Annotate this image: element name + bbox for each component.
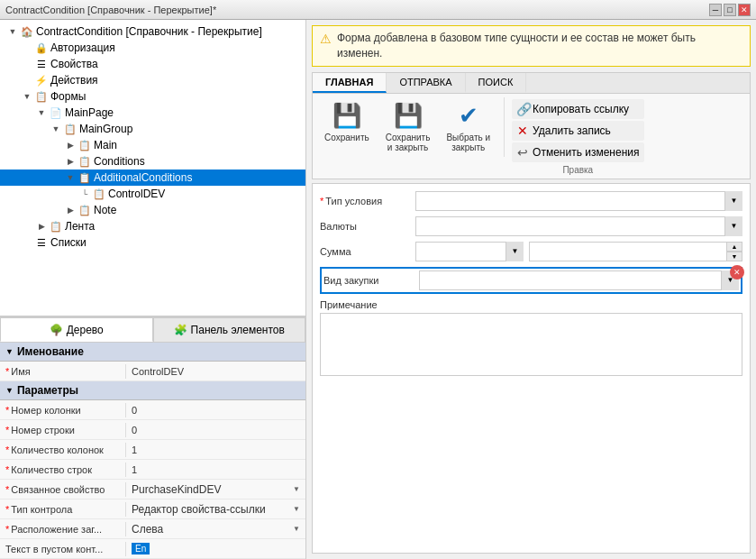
- title-bar-text: ContractCondition [Справочник - Перекрыт…: [5, 5, 216, 15]
- tree-item-root[interactable]: ▼ 🏠 ContractCondition [Справочник - Пере…: [0, 23, 305, 40]
- tree-label-controldev: ControlDEV: [108, 188, 165, 200]
- prop-value-colcount[interactable]: 1: [126, 443, 305, 457]
- prop-value-rowcount[interactable]: 1: [126, 463, 305, 477]
- tab-elements[interactable]: 🧩 Панель элементов: [153, 317, 306, 342]
- sum-input[interactable]: [529, 242, 742, 261]
- minimize-button[interactable]: ─: [709, 4, 722, 16]
- prop-label-colnum: Номер колонки: [0, 403, 126, 417]
- tree-item-lenta[interactable]: ▶ 📋 Лента: [0, 218, 305, 234]
- copy-link-button[interactable]: 🔗 Копировать ссылку: [512, 99, 643, 119]
- sum-type-select[interactable]: [415, 242, 524, 261]
- props-icon: ☰: [34, 57, 49, 71]
- ribbon-content: 💾 Сохранить 💾 Сохранитьи закрыть ✔ Выбра…: [313, 94, 750, 179]
- ribbon-group-main: 💾 Сохранить 💾 Сохранитьи закрыть ✔ Выбра…: [318, 97, 505, 157]
- tree-item-actions[interactable]: ⚡ Действия: [0, 72, 305, 88]
- saveclose-icon: 💾: [394, 102, 423, 131]
- form-label-currency: Валюты: [320, 221, 410, 232]
- tree-label-root: ContractCondition [Справочник - Перекрыт…: [36, 25, 262, 38]
- tree-label-conditions: Conditions: [94, 155, 145, 168]
- prop-label-labelpos: Расположение заг...: [0, 522, 126, 536]
- section-params-header[interactable]: ▼ Параметры: [0, 381, 305, 400]
- expander-main[interactable]: ▶: [63, 138, 77, 152]
- expander-lenta[interactable]: ▶: [34, 219, 49, 234]
- tree-tab-label: Дерево: [67, 324, 104, 336]
- select-close-button[interactable]: ✔ Выбрать изакрыть: [440, 97, 496, 157]
- currency-select-wrapper: ▼: [415, 216, 742, 236]
- prop-label-rowcount: Количество строк: [0, 463, 126, 477]
- copy-link-label: Копировать ссылку: [533, 103, 629, 115]
- empty-text-btn[interactable]: En: [132, 543, 150, 554]
- ribbon: ГЛАВНАЯ ОТПРАВКА ПОИСК 💾 Сохранить 💾 Сох…: [312, 72, 751, 179]
- tree-item-mainpage[interactable]: ▼ 📄 MainPage: [0, 105, 305, 121]
- prop-value-controltype[interactable]: Редактор свойства-ссылки ▼: [126, 501, 305, 518]
- save-button[interactable]: 💾 Сохранить: [318, 97, 376, 147]
- purchase-select[interactable]: [419, 270, 739, 290]
- tree-item-conditions[interactable]: ▶ 📋 Conditions: [0, 153, 305, 170]
- ribbon-tab-search[interactable]: ПОИСК: [466, 73, 527, 93]
- delete-record-button[interactable]: ✕ Удалить запись: [512, 121, 643, 141]
- prop-row-colcount: Количество колонок 1: [0, 440, 305, 460]
- tree-item-controldev[interactable]: └ 📋 ControlDEV: [0, 186, 305, 202]
- close-button[interactable]: ✕: [738, 4, 751, 16]
- form-area: Тип условия ▼ Валюты ▼: [312, 183, 751, 554]
- tree-area: ▼ 🏠 ContractCondition [Справочник - Пере…: [0, 20, 305, 316]
- ribbon-tab-send[interactable]: ОТПРАВКА: [387, 73, 465, 93]
- undo-changes-button[interactable]: ↩ Отменить изменения: [512, 142, 643, 162]
- expander-maingroup[interactable]: ▼: [49, 122, 63, 136]
- ribbon-tab-main[interactable]: ГЛАВНАЯ: [313, 73, 387, 93]
- expander-conditions[interactable]: ▶: [63, 154, 77, 169]
- maximize-button[interactable]: □: [724, 4, 736, 16]
- tree-item-maingroup[interactable]: ▼ 📋 MainGroup: [0, 121, 305, 137]
- elements-tab-icon: 🧩: [174, 324, 187, 336]
- sum-type-wrapper: ▼: [415, 242, 524, 261]
- selectclose-label: Выбрать изакрыть: [446, 133, 490, 152]
- delete-icon: ✕: [516, 124, 529, 138]
- purchase-close-btn[interactable]: ✕: [730, 265, 744, 280]
- tree-label-lists: Списки: [50, 236, 87, 249]
- save-icon: 💾: [332, 102, 361, 131]
- form-label-type: Тип условия: [320, 196, 410, 206]
- prop-row-labelpos: Расположение заг... Слева ▼: [0, 519, 305, 539]
- expander-mainpage[interactable]: ▼: [34, 105, 49, 120]
- form-row-currency: Валюты ▼: [320, 216, 742, 236]
- prop-value-emptytext[interactable]: En: [126, 541, 305, 556]
- collapse-params-icon: ▼: [5, 386, 14, 395]
- warning-text: Форма добавлена в базовом типе сущности …: [337, 31, 742, 61]
- tree-label-actions: Действия: [50, 74, 98, 87]
- save-close-button[interactable]: 💾 Сохранитьи закрыть: [379, 97, 437, 157]
- prop-value-bindprop[interactable]: PurchaseKindDEV ▼: [126, 481, 305, 498]
- tree-item-lists[interactable]: ☰ Списки: [0, 234, 305, 251]
- tree-item-forms[interactable]: ▼ 📋 Формы: [0, 88, 305, 105]
- tree-label-mainpage: MainPage: [65, 106, 114, 119]
- expander-root[interactable]: ▼: [5, 24, 20, 39]
- prop-value-labelpos[interactable]: Слева ▼: [126, 521, 305, 537]
- expander-forms[interactable]: ▼: [20, 89, 34, 104]
- undo-icon: ↩: [516, 145, 529, 160]
- expander-auth: [20, 41, 34, 55]
- prop-value-rownum[interactable]: 0: [126, 423, 305, 437]
- tree-item-props[interactable]: ☰ Свойства: [0, 56, 305, 72]
- collapse-naming-icon: ▼: [5, 347, 14, 356]
- saveclose-label: Сохранитьи закрыть: [386, 133, 431, 152]
- expander-additionalconditions[interactable]: ▼: [63, 170, 77, 185]
- tree-item-auth[interactable]: 🔒 Авторизация: [0, 40, 305, 56]
- actions-icon: ⚡: [34, 73, 49, 87]
- tree-item-main[interactable]: ▶ 📋 Main: [0, 137, 305, 153]
- sum-decrement[interactable]: ▼: [726, 252, 742, 261]
- warning-icon: ⚠: [320, 31, 332, 49]
- prop-value-colnum[interactable]: 0: [126, 403, 305, 417]
- type-select[interactable]: [415, 191, 742, 211]
- tree-item-additionalconditions[interactable]: ▼ 📋 AdditionalConditions: [0, 170, 305, 186]
- tab-tree[interactable]: 🌳 Дерево: [0, 317, 153, 342]
- tree-label-note: Note: [94, 204, 116, 216]
- additionalconditions-icon: 📋: [77, 170, 92, 185]
- tree-item-note[interactable]: ▶ 📋 Note: [0, 202, 305, 218]
- prop-value-name[interactable]: ControlDEV: [126, 364, 305, 379]
- warning-banner: ⚠ Форма добавлена в базовом типе сущност…: [312, 25, 751, 67]
- note-textarea[interactable]: [320, 313, 742, 376]
- bindprop-dropdown-icon: ▼: [293, 485, 300, 493]
- expander-note[interactable]: ▶: [63, 203, 77, 217]
- sum-increment[interactable]: ▲: [726, 242, 742, 252]
- section-naming-header[interactable]: ▼ Именование: [0, 343, 305, 362]
- currency-select[interactable]: [415, 216, 742, 236]
